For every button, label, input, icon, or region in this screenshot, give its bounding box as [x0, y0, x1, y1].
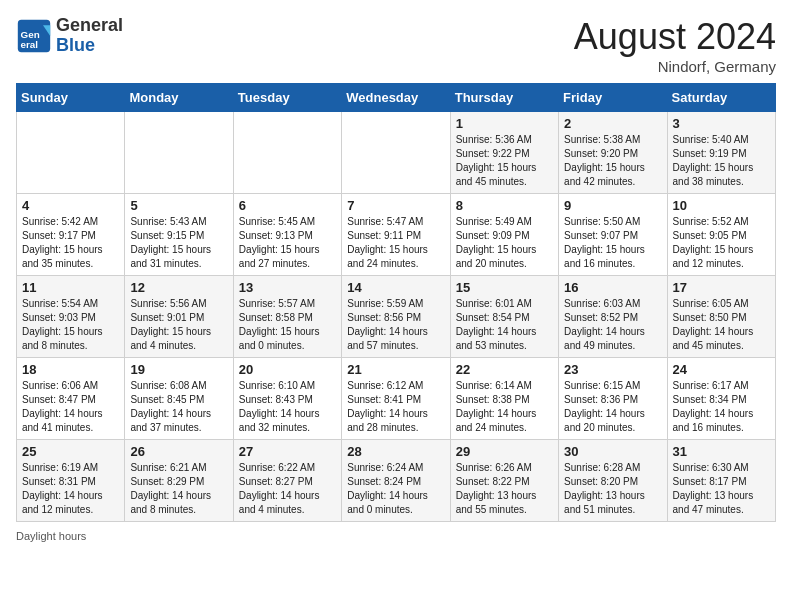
calendar-table: SundayMondayTuesdayWednesdayThursdayFrid…: [16, 83, 776, 522]
calendar-week-2: 4Sunrise: 5:42 AM Sunset: 9:17 PM Daylig…: [17, 194, 776, 276]
calendar-cell: 5Sunrise: 5:43 AM Sunset: 9:15 PM Daylig…: [125, 194, 233, 276]
calendar-cell: 14Sunrise: 5:59 AM Sunset: 8:56 PM Dayli…: [342, 276, 450, 358]
day-number: 4: [22, 198, 119, 213]
day-info: Sunrise: 6:05 AM Sunset: 8:50 PM Dayligh…: [673, 297, 770, 353]
day-number: 23: [564, 362, 661, 377]
day-number: 11: [22, 280, 119, 295]
day-number: 24: [673, 362, 770, 377]
day-info: Sunrise: 6:19 AM Sunset: 8:31 PM Dayligh…: [22, 461, 119, 517]
month-year: August 2024: [574, 16, 776, 58]
day-number: 20: [239, 362, 336, 377]
calendar-cell: 2Sunrise: 5:38 AM Sunset: 9:20 PM Daylig…: [559, 112, 667, 194]
calendar-cell: 1Sunrise: 5:36 AM Sunset: 9:22 PM Daylig…: [450, 112, 558, 194]
calendar-cell: 11Sunrise: 5:54 AM Sunset: 9:03 PM Dayli…: [17, 276, 125, 358]
day-number: 19: [130, 362, 227, 377]
column-header-sunday: Sunday: [17, 84, 125, 112]
day-number: 7: [347, 198, 444, 213]
logo-icon: Gen eral: [16, 18, 52, 54]
calendar-week-1: 1Sunrise: 5:36 AM Sunset: 9:22 PM Daylig…: [17, 112, 776, 194]
day-info: Sunrise: 6:17 AM Sunset: 8:34 PM Dayligh…: [673, 379, 770, 435]
day-info: Sunrise: 5:38 AM Sunset: 9:20 PM Dayligh…: [564, 133, 661, 189]
day-number: 12: [130, 280, 227, 295]
title-block: August 2024 Nindorf, Germany: [574, 16, 776, 75]
calendar-cell: [342, 112, 450, 194]
day-info: Sunrise: 6:22 AM Sunset: 8:27 PM Dayligh…: [239, 461, 336, 517]
day-info: Sunrise: 6:15 AM Sunset: 8:36 PM Dayligh…: [564, 379, 661, 435]
day-info: Sunrise: 6:14 AM Sunset: 8:38 PM Dayligh…: [456, 379, 553, 435]
logo: Gen eral General Blue: [16, 16, 123, 56]
day-info: Sunrise: 6:06 AM Sunset: 8:47 PM Dayligh…: [22, 379, 119, 435]
day-number: 3: [673, 116, 770, 131]
day-info: Sunrise: 6:08 AM Sunset: 8:45 PM Dayligh…: [130, 379, 227, 435]
day-info: Sunrise: 5:47 AM Sunset: 9:11 PM Dayligh…: [347, 215, 444, 271]
day-number: 27: [239, 444, 336, 459]
calendar-cell: 10Sunrise: 5:52 AM Sunset: 9:05 PM Dayli…: [667, 194, 775, 276]
day-info: Sunrise: 6:26 AM Sunset: 8:22 PM Dayligh…: [456, 461, 553, 517]
day-number: 25: [22, 444, 119, 459]
column-header-monday: Monday: [125, 84, 233, 112]
day-number: 21: [347, 362, 444, 377]
day-info: Sunrise: 5:57 AM Sunset: 8:58 PM Dayligh…: [239, 297, 336, 353]
calendar-cell: 17Sunrise: 6:05 AM Sunset: 8:50 PM Dayli…: [667, 276, 775, 358]
calendar-cell: [233, 112, 341, 194]
day-number: 31: [673, 444, 770, 459]
day-number: 18: [22, 362, 119, 377]
column-header-thursday: Thursday: [450, 84, 558, 112]
day-info: Sunrise: 6:30 AM Sunset: 8:17 PM Dayligh…: [673, 461, 770, 517]
day-info: Sunrise: 6:24 AM Sunset: 8:24 PM Dayligh…: [347, 461, 444, 517]
calendar-cell: 23Sunrise: 6:15 AM Sunset: 8:36 PM Dayli…: [559, 358, 667, 440]
calendar-cell: 6Sunrise: 5:45 AM Sunset: 9:13 PM Daylig…: [233, 194, 341, 276]
calendar-week-5: 25Sunrise: 6:19 AM Sunset: 8:31 PM Dayli…: [17, 440, 776, 522]
day-info: Sunrise: 5:59 AM Sunset: 8:56 PM Dayligh…: [347, 297, 444, 353]
calendar-header-row: SundayMondayTuesdayWednesdayThursdayFrid…: [17, 84, 776, 112]
footer: Daylight hours: [16, 530, 776, 542]
calendar-cell: 8Sunrise: 5:49 AM Sunset: 9:09 PM Daylig…: [450, 194, 558, 276]
column-header-friday: Friday: [559, 84, 667, 112]
calendar-cell: 7Sunrise: 5:47 AM Sunset: 9:11 PM Daylig…: [342, 194, 450, 276]
day-info: Sunrise: 6:28 AM Sunset: 8:20 PM Dayligh…: [564, 461, 661, 517]
column-header-wednesday: Wednesday: [342, 84, 450, 112]
calendar-cell: 29Sunrise: 6:26 AM Sunset: 8:22 PM Dayli…: [450, 440, 558, 522]
logo-text: General Blue: [56, 16, 123, 56]
day-info: Sunrise: 5:45 AM Sunset: 9:13 PM Dayligh…: [239, 215, 336, 271]
calendar-cell: 31Sunrise: 6:30 AM Sunset: 8:17 PM Dayli…: [667, 440, 775, 522]
day-number: 1: [456, 116, 553, 131]
calendar-cell: 25Sunrise: 6:19 AM Sunset: 8:31 PM Dayli…: [17, 440, 125, 522]
daylight-label: Daylight hours: [16, 530, 86, 542]
day-info: Sunrise: 5:50 AM Sunset: 9:07 PM Dayligh…: [564, 215, 661, 271]
calendar-cell: [125, 112, 233, 194]
location: Nindorf, Germany: [574, 58, 776, 75]
day-info: Sunrise: 5:43 AM Sunset: 9:15 PM Dayligh…: [130, 215, 227, 271]
day-number: 13: [239, 280, 336, 295]
calendar-body: 1Sunrise: 5:36 AM Sunset: 9:22 PM Daylig…: [17, 112, 776, 522]
column-header-saturday: Saturday: [667, 84, 775, 112]
day-info: Sunrise: 5:36 AM Sunset: 9:22 PM Dayligh…: [456, 133, 553, 189]
calendar-week-3: 11Sunrise: 5:54 AM Sunset: 9:03 PM Dayli…: [17, 276, 776, 358]
day-number: 6: [239, 198, 336, 213]
calendar-cell: 9Sunrise: 5:50 AM Sunset: 9:07 PM Daylig…: [559, 194, 667, 276]
calendar-cell: 3Sunrise: 5:40 AM Sunset: 9:19 PM Daylig…: [667, 112, 775, 194]
day-number: 9: [564, 198, 661, 213]
svg-text:eral: eral: [21, 38, 39, 49]
column-header-tuesday: Tuesday: [233, 84, 341, 112]
day-number: 17: [673, 280, 770, 295]
day-number: 26: [130, 444, 227, 459]
day-info: Sunrise: 6:21 AM Sunset: 8:29 PM Dayligh…: [130, 461, 227, 517]
calendar-cell: 19Sunrise: 6:08 AM Sunset: 8:45 PM Dayli…: [125, 358, 233, 440]
day-number: 10: [673, 198, 770, 213]
calendar-cell: 13Sunrise: 5:57 AM Sunset: 8:58 PM Dayli…: [233, 276, 341, 358]
day-number: 5: [130, 198, 227, 213]
calendar-cell: 16Sunrise: 6:03 AM Sunset: 8:52 PM Dayli…: [559, 276, 667, 358]
calendar-cell: 4Sunrise: 5:42 AM Sunset: 9:17 PM Daylig…: [17, 194, 125, 276]
calendar-cell: 26Sunrise: 6:21 AM Sunset: 8:29 PM Dayli…: [125, 440, 233, 522]
calendar-cell: 24Sunrise: 6:17 AM Sunset: 8:34 PM Dayli…: [667, 358, 775, 440]
day-info: Sunrise: 5:54 AM Sunset: 9:03 PM Dayligh…: [22, 297, 119, 353]
day-info: Sunrise: 6:12 AM Sunset: 8:41 PM Dayligh…: [347, 379, 444, 435]
calendar-cell: 28Sunrise: 6:24 AM Sunset: 8:24 PM Dayli…: [342, 440, 450, 522]
day-info: Sunrise: 5:52 AM Sunset: 9:05 PM Dayligh…: [673, 215, 770, 271]
day-number: 22: [456, 362, 553, 377]
calendar-cell: [17, 112, 125, 194]
day-number: 2: [564, 116, 661, 131]
calendar-cell: 27Sunrise: 6:22 AM Sunset: 8:27 PM Dayli…: [233, 440, 341, 522]
calendar-cell: 30Sunrise: 6:28 AM Sunset: 8:20 PM Dayli…: [559, 440, 667, 522]
